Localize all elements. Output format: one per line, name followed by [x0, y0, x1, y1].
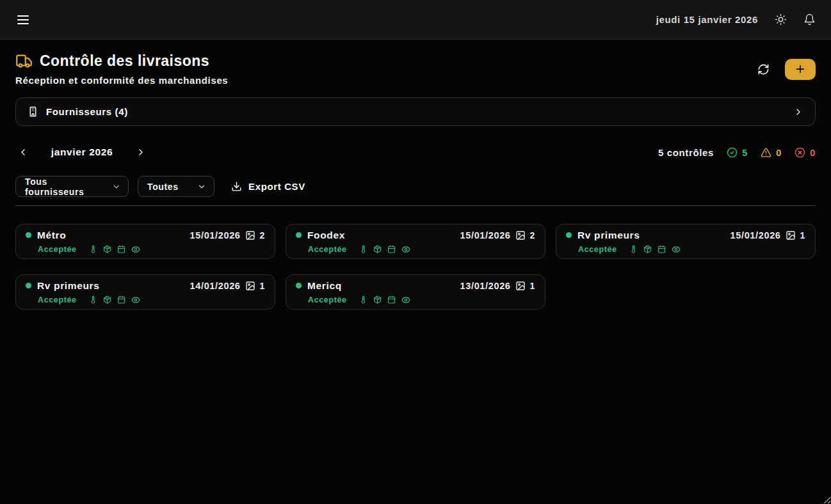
calendar-icon — [658, 245, 666, 253]
delivery-date: 14/01/2026 — [190, 281, 241, 291]
delivery-card[interactable]: Métro 15/01/2026 2 Acceptée — [15, 224, 275, 259]
refresh-icon — [757, 63, 770, 75]
photo-icon — [245, 230, 255, 240]
current-date: jeudi 15 janvier 2026 — [656, 14, 758, 25]
photo-count: 1 — [800, 230, 805, 240]
warning-count: 0 — [776, 147, 782, 158]
refresh-button[interactable] — [757, 63, 770, 75]
package-icon — [373, 245, 382, 253]
chevron-down-icon — [197, 182, 206, 191]
notifications-button[interactable] — [803, 13, 816, 26]
package-icon — [643, 245, 652, 253]
current-month-label: janvier 2026 — [31, 146, 133, 158]
delivery-card[interactable]: Foodex 15/01/2026 2 Acceptée — [286, 224, 545, 259]
photo-icon — [515, 281, 526, 291]
page-title: Contrôle des livraisons — [40, 52, 209, 70]
eye-icon — [401, 245, 410, 254]
plus-icon — [795, 63, 806, 75]
delivery-card[interactable]: Rv primeurs 15/01/2026 1 Acceptée — [556, 224, 816, 259]
delivery-date: 15/01/2026 — [460, 230, 511, 240]
supplier-name: Rv primeurs — [37, 280, 100, 292]
package-icon — [373, 295, 382, 304]
status-filter-select[interactable]: Toutes — [138, 176, 214, 197]
month-nav-row: janvier 2026 5 contrôles 5 0 0 — [15, 139, 816, 165]
thermometer-icon — [359, 295, 367, 304]
supplier-filter-select[interactable]: Tous fournisseurs — [15, 176, 129, 197]
sun-icon — [775, 13, 787, 26]
photo-count: 1 — [530, 281, 535, 291]
eye-icon — [672, 245, 681, 254]
status-dot — [296, 283, 302, 288]
alert-triangle-icon — [761, 147, 771, 158]
theme-toggle-button[interactable] — [775, 13, 787, 26]
delivery-card[interactable]: Rv primeurs 14/01/2026 1 Acceptée — [15, 274, 275, 310]
chevron-down-icon — [112, 182, 120, 191]
supplier-name: Mericq — [307, 280, 342, 292]
building-icon — [28, 106, 38, 117]
status-label: Acceptée — [578, 245, 617, 254]
supplier-name: Métro — [37, 230, 66, 241]
status-filter-value: Toutes — [147, 182, 179, 192]
delivery-date: 15/01/2026 — [190, 230, 241, 240]
status-dot — [26, 283, 31, 288]
eye-icon — [131, 295, 140, 304]
photo-count: 2 — [260, 230, 265, 240]
page-subtitle: Réception et conformité des marchandises — [15, 75, 228, 86]
photo-icon — [786, 230, 796, 240]
filters-row: Tous fournisseurs Toutes Export CSV — [15, 176, 816, 197]
menu-button[interactable] — [15, 12, 31, 28]
thermometer-icon — [359, 245, 367, 253]
calendar-icon — [387, 295, 396, 304]
status-label: Acceptée — [38, 295, 77, 304]
section-divider — [15, 205, 816, 206]
previous-month-button[interactable] — [15, 145, 31, 160]
suppliers-panel-toggle[interactable]: Fournisseurs (4) — [15, 97, 816, 126]
thermometer-icon — [629, 245, 638, 253]
calendar-icon — [117, 295, 125, 304]
topbar: jeudi 15 janvier 2026 — [0, 0, 831, 40]
delivery-date: 15/01/2026 — [730, 230, 781, 240]
suppliers-panel-label: Fournisseurs (4) — [46, 106, 128, 117]
delivery-date: 13/01/2026 — [460, 281, 511, 291]
package-icon — [103, 245, 111, 253]
calendar-icon — [387, 245, 396, 253]
supplier-filter-value: Tous fournisseurs — [25, 177, 106, 197]
status-label: Acceptée — [308, 245, 347, 254]
eye-icon — [131, 245, 140, 254]
rejected-count: 0 — [810, 147, 816, 158]
export-csv-label: Export CSV — [248, 181, 305, 192]
warning-count-badge: 0 — [761, 147, 782, 158]
photo-count: 2 — [530, 230, 535, 240]
accepted-count-badge: 5 — [727, 147, 748, 158]
export-csv-button[interactable]: Export CSV — [231, 181, 305, 192]
status-dot — [296, 232, 302, 238]
rejected-count-badge: 0 — [795, 147, 816, 158]
menu-icon — [15, 12, 31, 28]
delivery-card[interactable]: Mericq 13/01/2026 1 Acceptée — [286, 274, 545, 310]
thermometer-icon — [89, 295, 97, 304]
photo-icon — [515, 230, 526, 240]
add-control-button[interactable] — [785, 59, 816, 80]
check-circle-icon — [727, 147, 738, 158]
main-content: Contrôle des livraisons Réception et con… — [0, 40, 831, 310]
chevron-left-icon — [18, 147, 28, 157]
photo-count: 1 — [260, 281, 265, 291]
chevron-right-icon — [136, 147, 146, 157]
photo-icon — [245, 281, 255, 291]
resize-handle[interactable] — [821, 494, 830, 503]
controls-total-label: 5 contrôles — [658, 147, 714, 158]
supplier-name: Foodex — [307, 230, 345, 241]
status-dot — [26, 232, 31, 238]
download-icon — [231, 181, 242, 192]
status-dot — [566, 232, 572, 238]
thermometer-icon — [89, 245, 97, 253]
eye-icon — [401, 295, 410, 304]
chevron-right-icon — [793, 107, 803, 117]
accepted-count: 5 — [742, 147, 748, 158]
status-label: Acceptée — [308, 295, 347, 304]
x-circle-icon — [795, 147, 805, 158]
next-month-button[interactable] — [133, 145, 149, 160]
calendar-icon — [117, 245, 125, 253]
package-icon — [103, 295, 111, 304]
controls-grid: Métro 15/01/2026 2 Acceptée Foodex — [15, 224, 816, 310]
